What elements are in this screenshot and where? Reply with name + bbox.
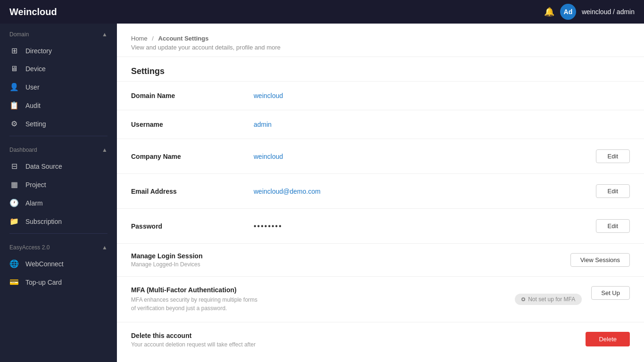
audit-icon: 📋 bbox=[9, 101, 19, 110]
settings-heading: Settings bbox=[117, 57, 644, 82]
sidebar: Domain ▲ ⊞ Directory 🖥 Device 👤 User 📋 A… bbox=[0, 24, 117, 362]
manage-session-row: Manage Login Session Manage Logged-In De… bbox=[117, 244, 644, 277]
company-name-value: weincloud bbox=[254, 153, 586, 160]
domain-chevron-icon: ▲ bbox=[102, 31, 107, 38]
breadcrumb-separator: / bbox=[152, 35, 154, 42]
topup-card-icon: 💳 bbox=[9, 278, 19, 287]
dashboard-section-header: Dashboard ▲ bbox=[0, 139, 117, 157]
mfa-setup-button[interactable]: Set Up bbox=[591, 286, 630, 300]
user-label: weincloud / admin bbox=[582, 8, 635, 16]
username-label: Username bbox=[131, 121, 254, 128]
sidebar-item-user[interactable]: 👤 User bbox=[0, 78, 117, 96]
sidebar-item-subscription[interactable]: 📁 Subscription bbox=[0, 212, 117, 230]
breadcrumb-area: Home / Account Settings View and update … bbox=[117, 24, 644, 57]
email-edit-button[interactable]: Edit bbox=[596, 184, 630, 198]
sidebar-item-project[interactable]: ▦ Project bbox=[0, 175, 117, 194]
project-icon: ▦ bbox=[9, 180, 19, 189]
device-icon: 🖥 bbox=[9, 65, 19, 73]
email-row: Email Address weincloud@demo.com Edit bbox=[117, 174, 644, 209]
webconnect-icon: 🌐 bbox=[9, 259, 19, 268]
sidebar-item-directory[interactable]: ⊞ Directory bbox=[0, 41, 117, 60]
domain-name-row: Domain Name weincloud bbox=[117, 82, 644, 110]
mfa-status-badge: Not set up for MFA bbox=[515, 294, 582, 305]
page-subtitle: View and update your account details, pr… bbox=[131, 44, 630, 51]
domain-section-header: Domain ▲ bbox=[0, 24, 117, 41]
content-area: Home / Account Settings View and update … bbox=[117, 24, 644, 362]
breadcrumb: Home / Account Settings bbox=[131, 35, 630, 42]
mfa-badge-text: Not set up for MFA bbox=[528, 296, 575, 303]
app-logo: Weincloud bbox=[9, 7, 57, 17]
mfa-description: MFA enhances security by requiring multi… bbox=[131, 296, 263, 313]
sidebar-divider-1 bbox=[9, 136, 107, 136]
sidebar-item-audit-label: Audit bbox=[25, 102, 41, 109]
sidebar-item-user-label: User bbox=[25, 83, 40, 91]
mfa-status-dot bbox=[521, 297, 525, 301]
mfa-title: MFA (Multi-Factor Authentication) bbox=[131, 286, 515, 294]
top-nav: Weincloud 🔔 Ad weincloud / admin bbox=[0, 0, 644, 24]
password-value: •••••••• bbox=[254, 222, 586, 230]
sidebar-item-setting-label: Setting bbox=[25, 120, 46, 128]
dashboard-chevron-icon: ▲ bbox=[102, 147, 107, 153]
top-nav-right: 🔔 Ad weincloud / admin bbox=[544, 4, 635, 20]
alarm-icon: 🕐 bbox=[9, 198, 19, 207]
dashboard-section-label: Dashboard bbox=[9, 147, 37, 153]
mfa-content: MFA (Multi-Factor Authentication) MFA en… bbox=[131, 286, 515, 313]
notifications-icon[interactable]: 🔔 bbox=[544, 7, 554, 17]
sidebar-item-topup-card[interactable]: 💳 Top-up Card bbox=[0, 273, 117, 291]
password-edit-button[interactable]: Edit bbox=[596, 219, 630, 233]
sidebar-item-device-label: Device bbox=[25, 65, 46, 73]
view-sessions-button[interactable]: View Sessions bbox=[570, 253, 630, 267]
domain-name-label: Domain Name bbox=[131, 92, 254, 99]
mfa-row: MFA (Multi-Factor Authentication) MFA en… bbox=[117, 277, 644, 322]
sidebar-item-subscription-label: Subscription bbox=[25, 218, 62, 225]
email-actions: Edit bbox=[596, 184, 630, 198]
email-label: Email Address bbox=[131, 188, 254, 195]
delete-account-description: Your account deletion request will take … bbox=[131, 341, 586, 348]
company-name-row: Company Name weincloud Edit bbox=[117, 139, 644, 174]
sidebar-item-data-source-label: Data Source bbox=[25, 163, 62, 170]
password-row: Password •••••••• Edit bbox=[117, 209, 644, 244]
password-actions: Edit bbox=[596, 219, 630, 233]
sidebar-item-webconnect-label: WebConnect bbox=[25, 260, 64, 268]
delete-account-title: Delete this account bbox=[131, 332, 586, 339]
domain-section-label: Domain bbox=[9, 31, 29, 38]
password-label: Password bbox=[131, 222, 254, 230]
sidebar-item-topup-card-label: Top-up Card bbox=[25, 279, 62, 286]
company-name-edit-button[interactable]: Edit bbox=[596, 149, 630, 163]
sidebar-item-directory-label: Directory bbox=[25, 47, 52, 55]
directory-icon: ⊞ bbox=[9, 46, 19, 55]
delete-account-content: Delete this account Your account deletio… bbox=[131, 332, 586, 348]
user-icon: 👤 bbox=[9, 82, 19, 91]
manage-session-content: Manage Login Session Manage Logged-In De… bbox=[131, 252, 570, 268]
email-value: weincloud@demo.com bbox=[254, 188, 586, 195]
sidebar-item-audit[interactable]: 📋 Audit bbox=[0, 96, 117, 115]
company-name-actions: Edit bbox=[596, 149, 630, 163]
manage-session-subtitle: Manage Logged-In Devices bbox=[131, 261, 570, 268]
avatar: Ad bbox=[560, 4, 576, 20]
main-content: Home / Account Settings View and update … bbox=[117, 24, 644, 362]
easyaccess-section-header: EasyAccess 2.0 ▲ bbox=[0, 237, 117, 255]
sidebar-item-webconnect[interactable]: 🌐 WebConnect bbox=[0, 255, 117, 273]
delete-account-row: Delete this account Your account deletio… bbox=[117, 322, 644, 357]
sidebar-item-alarm[interactable]: 🕐 Alarm bbox=[0, 194, 117, 212]
easyaccess-chevron-icon: ▲ bbox=[102, 244, 107, 251]
sidebar-item-project-label: Project bbox=[25, 181, 46, 189]
username-row: Username admin bbox=[117, 110, 644, 139]
domain-name-value: weincloud bbox=[254, 92, 630, 99]
delete-account-button[interactable]: Delete bbox=[586, 332, 630, 346]
data-source-icon: ⊟ bbox=[9, 162, 19, 171]
username-value: admin bbox=[254, 121, 630, 128]
sidebar-item-alarm-label: Alarm bbox=[25, 199, 43, 207]
sidebar-item-device[interactable]: 🖥 Device bbox=[0, 60, 117, 78]
sidebar-divider-2 bbox=[9, 233, 107, 234]
breadcrumb-current: Account Settings bbox=[158, 35, 209, 42]
manage-session-title: Manage Login Session bbox=[131, 252, 570, 260]
company-name-label: Company Name bbox=[131, 153, 254, 160]
breadcrumb-home[interactable]: Home bbox=[131, 35, 148, 42]
easyaccess-section-label: EasyAccess 2.0 bbox=[9, 244, 50, 251]
setting-icon: ⚙ bbox=[9, 119, 19, 128]
subscription-icon: 📁 bbox=[9, 217, 19, 226]
sidebar-item-setting[interactable]: ⚙ Setting bbox=[0, 115, 117, 133]
sidebar-item-data-source[interactable]: ⊟ Data Source bbox=[0, 157, 117, 175]
